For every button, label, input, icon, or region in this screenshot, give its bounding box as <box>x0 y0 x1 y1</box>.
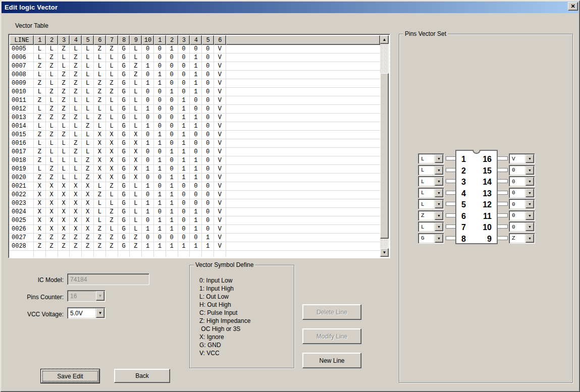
chip-pin-number: 3 <box>461 177 466 188</box>
column-header[interactable]: 2 <box>46 35 58 45</box>
table-row[interactable]: 0022XXXXXZLGL011000V <box>10 191 380 199</box>
chevron-down-icon[interactable]: ▼ <box>435 222 443 231</box>
vector-cell: X <box>58 191 70 199</box>
chevron-down-icon[interactable]: ▼ <box>435 234 443 243</box>
pin-value-dropdown[interactable]: Z▼ <box>509 233 535 244</box>
chevron-down-icon[interactable]: ▼ <box>525 166 534 175</box>
chevron-down-icon[interactable]: ▼ <box>435 200 443 208</box>
vector-cell: L <box>34 165 46 174</box>
table-row[interactable]: 0016LLLZLXXGX110100V <box>10 139 380 148</box>
vector-cell: 0 <box>178 234 190 242</box>
chevron-down-icon[interactable]: ▼ <box>525 177 534 186</box>
table-row[interactable]: 0008LLZZLLLGZ010010V <box>10 71 380 79</box>
chevron-down-icon[interactable]: ▼ <box>435 211 443 220</box>
pin-value-dropdown[interactable]: G▼ <box>418 233 444 244</box>
table-row[interactable]: 0010LZZZLZZGL001010V <box>10 88 380 96</box>
table-row[interactable]: 0021XXXXXLZGL101000V <box>10 182 380 191</box>
pin-value-dropdown[interactable]: 0▼ <box>509 188 535 198</box>
table-row[interactable]: 0017ZLLZLXXGX001100V <box>10 148 380 156</box>
row-filler-cell <box>226 45 380 53</box>
scroll-down-button[interactable]: ▼ <box>380 248 389 257</box>
column-header[interactable]: 7 <box>106 35 118 45</box>
column-header[interactable]: 1 <box>154 35 166 45</box>
pin-value-dropdown[interactable]: V▼ <box>509 153 535 164</box>
table-row[interactable]: 0018ZLLLZXXGX010110V <box>10 156 380 165</box>
vector-cell: 0 <box>202 216 214 225</box>
column-header[interactable]: 5 <box>82 35 94 45</box>
column-header[interactable]: 1 <box>34 35 46 45</box>
chevron-down-icon[interactable]: ▼ <box>525 189 534 197</box>
column-header[interactable]: 6 <box>214 35 226 45</box>
close-button[interactable]: ✕ <box>568 2 578 11</box>
chevron-down-icon[interactable]: ▼ <box>525 234 534 243</box>
table-row[interactable]: 0020ZZLLZXXGX001110V <box>10 174 380 182</box>
pin-value-dropdown[interactable]: L▼ <box>418 153 444 164</box>
table-row[interactable]: 0007ZZLZLLLGZ100010V <box>10 62 380 71</box>
table-row[interactable]: 0014LLLLZLLGL100110V <box>10 122 380 131</box>
chevron-down-icon[interactable]: ▼ <box>435 189 443 197</box>
table-row[interactable]: 0015ZZZLLXXGX010100V <box>10 131 380 139</box>
save-edit-button[interactable]: Save Edit <box>40 369 100 383</box>
table-row[interactable]: 0024XXXXXLZGL101010V <box>10 208 380 216</box>
pin-value-dropdown[interactable]: L▼ <box>418 188 444 198</box>
vector-cell: 1 <box>190 114 202 122</box>
column-header[interactable]: 4 <box>190 35 202 45</box>
table-row[interactable]: 0009ZLZZLZZGL110010V <box>10 79 380 88</box>
column-header[interactable]: 10 <box>142 35 154 45</box>
table-row[interactable]: 0012LZZLLLLGL100100V <box>10 105 380 114</box>
table-row[interactable]: 0028ZZZZZZZGZ111111V <box>10 242 380 251</box>
column-header[interactable]: 2 <box>166 35 178 45</box>
pin-value-dropdown[interactable]: L▼ <box>418 199 444 209</box>
pin-value-dropdown[interactable]: 0▼ <box>509 221 535 232</box>
chevron-down-icon[interactable]: ▼ <box>525 200 534 208</box>
new-line-button[interactable]: New Line <box>302 353 361 368</box>
column-header[interactable]: LINE <box>10 35 34 45</box>
pin-value-dropdown[interactable]: L▼ <box>418 221 444 232</box>
chevron-down-icon[interactable]: ▼ <box>96 308 104 318</box>
pin-value-dropdown[interactable]: 0▼ <box>509 165 535 176</box>
pin-value-dropdown[interactable]: 0▼ <box>509 210 535 221</box>
chevron-down-icon[interactable]: ▼ <box>525 222 534 231</box>
vector-cell: 0 <box>142 174 154 182</box>
scroll-up-button[interactable]: ▲ <box>380 35 389 44</box>
pin-value-dropdown[interactable]: L▼ <box>418 165 444 176</box>
pin-value-dropdown[interactable]: 0▼ <box>509 199 535 209</box>
pin-value-dropdown[interactable]: 0▼ <box>509 176 535 187</box>
table-row[interactable]: 0005LLZLLZZGL001000V <box>10 45 380 53</box>
table-row[interactable]: 0006LZLZLLLGL000010V <box>10 53 380 62</box>
table-row[interactable]: 0013ZZZZLZLGL000110V <box>10 114 380 122</box>
column-header[interactable]: 8 <box>118 35 130 45</box>
chevron-down-icon[interactable]: ▼ <box>435 177 443 186</box>
chevron-down-icon[interactable]: ▼ <box>435 166 443 175</box>
vector-cell: L <box>46 156 58 165</box>
column-header[interactable]: 3 <box>178 35 190 45</box>
chevron-down-icon[interactable]: ▼ <box>525 211 534 220</box>
pin-stub <box>446 179 456 183</box>
vector-cell: 1 <box>166 199 178 208</box>
vector-cell: 1 <box>142 208 154 216</box>
vcc-voltage-dropdown[interactable]: 5.0V ▼ <box>67 307 106 319</box>
table-row[interactable]: 0027ZZZZZZZGZ000001V <box>10 234 380 242</box>
pin-value-dropdown[interactable]: L▼ <box>418 176 444 187</box>
back-button[interactable]: Back <box>114 369 170 383</box>
column-header[interactable]: 5 <box>202 35 214 45</box>
vector-cell: 0 <box>190 182 202 191</box>
table-row[interactable]: 0011ZLZLLZLGL000100V <box>10 96 380 105</box>
table-row[interactable]: 0023XXXXXLLGL111000V <box>10 199 380 208</box>
table-row[interactable]: 0019LZLLZXXGX110110V <box>10 165 380 174</box>
column-header[interactable]: 3 <box>58 35 70 45</box>
vector-cell: L <box>130 114 142 122</box>
scrollbar-thumb[interactable] <box>380 73 389 239</box>
chip-pin-number: 14 <box>483 177 492 188</box>
vector-cell: 1 <box>190 62 202 71</box>
column-header[interactable]: 4 <box>70 35 82 45</box>
chevron-down-icon[interactable]: ▼ <box>525 154 534 163</box>
table-row[interactable]: 0025XXXXXLZGL011010V <box>10 216 380 225</box>
chevron-down-icon[interactable]: ▼ <box>435 154 443 163</box>
table-row[interactable]: 0026XXXXXZLGL111010V <box>10 225 380 234</box>
column-header[interactable]: 6 <box>94 35 106 45</box>
column-header[interactable]: 9 <box>130 35 142 45</box>
scrollbar-track[interactable] <box>380 44 389 248</box>
vertical-scrollbar[interactable]: ▲ ▼ <box>380 35 389 257</box>
pin-value-dropdown[interactable]: Z▼ <box>418 210 444 221</box>
